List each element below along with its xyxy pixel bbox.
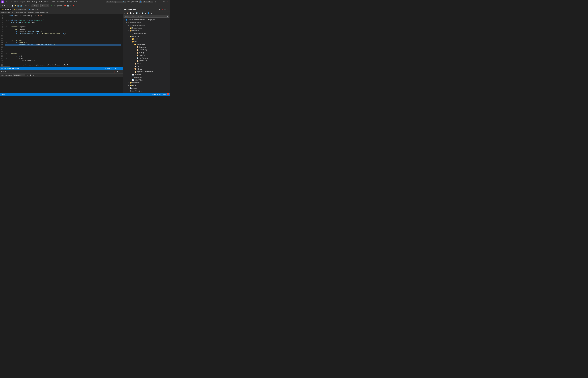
fold-icon[interactable]: ⊟ bbox=[6, 53, 7, 55]
tree-expand-icon[interactable] bbox=[130, 33, 132, 34]
tree-item-dependencies[interactable]: ▸📁Dependencies bbox=[123, 27, 170, 29]
tree-item-connected-services[interactable]: ▸⚙Connected Services bbox=[123, 24, 170, 27]
tree-expand-icon[interactable]: ▾ bbox=[132, 43, 134, 45]
tree-item-registerserviceworker-js[interactable]: 📜registerServiceWorker.js bbox=[123, 70, 170, 73]
live-share-button[interactable]: ↗ Live Share bbox=[143, 1, 153, 3]
tree-item-project[interactable]: ▾🏗WebApplication4 bbox=[123, 21, 170, 24]
build-config-dropdown[interactable]: Debug ▾ bbox=[32, 4, 39, 7]
tree-expand-icon[interactable] bbox=[128, 87, 130, 89]
tree-expand-icon[interactable] bbox=[132, 66, 134, 67]
tree-item-appsettings-json[interactable]: {}appsettings.json bbox=[123, 90, 170, 92]
global-search-box[interactable]: Search (Ctrl+Q) 🔍 bbox=[106, 1, 126, 3]
tree-expand-icon[interactable] bbox=[132, 71, 134, 73]
code-editor[interactable]: import React, { Component } from 'react'… bbox=[5, 14, 121, 66]
tree-item-readme-md[interactable]: 📄README.md bbox=[123, 79, 170, 81]
tree-item-gitignore[interactable]: 📄.gitignore bbox=[123, 87, 170, 90]
tree-expand-icon[interactable]: ▸ bbox=[128, 82, 130, 84]
minimize-button[interactable]: ─ bbox=[159, 0, 162, 3]
output-toolbar-btn2[interactable]: ⬇ bbox=[29, 74, 32, 76]
cursor-position[interactable]: Ln: 14 Ch: 48 bbox=[104, 68, 112, 69]
tree-expand-icon[interactable]: ▾ bbox=[126, 22, 127, 23]
source-control-label[interactable]: Add to Source Control bbox=[153, 93, 166, 95]
tree-expand-icon[interactable]: ▾ bbox=[128, 35, 130, 37]
fold-icon[interactable]: ⊟ bbox=[6, 26, 7, 28]
horizontal-scrollbar[interactable] bbox=[0, 66, 123, 67]
search-input[interactable]: Search (Ctrl+Q) bbox=[107, 1, 122, 3]
tree-expand-icon[interactable]: ▾ bbox=[130, 41, 132, 42]
se-tb-btn3[interactable]: 💾 bbox=[129, 12, 132, 14]
open-file-button[interactable]: 📁 bbox=[14, 4, 17, 7]
notifications-icon[interactable]: 1 bbox=[167, 93, 169, 95]
tree-expand-icon[interactable] bbox=[134, 46, 136, 48]
editor-scrollbar[interactable] bbox=[121, 14, 123, 66]
output-toolbar-btn4[interactable]: ⚙ bbox=[36, 74, 38, 76]
menu-tools[interactable]: Tools bbox=[51, 1, 56, 3]
output-toolbar-btn1[interactable]: ⬆ bbox=[26, 74, 28, 76]
menu-window[interactable]: Window bbox=[66, 1, 73, 3]
menu-build[interactable]: Build bbox=[26, 1, 31, 3]
tree-item-solution[interactable]: ▾🔷Solution 'WebApplication4' (1 of 1 pro… bbox=[123, 18, 170, 21]
tree-item-controllers[interactable]: ▸📁Controllers bbox=[123, 81, 170, 84]
se-maximize-button[interactable]: □ bbox=[164, 8, 166, 11]
tree-expand-icon[interactable]: ▸ bbox=[128, 27, 130, 29]
tree-item-components[interactable]: ▾📂components bbox=[123, 43, 170, 46]
menu-analyze[interactable]: Analyze bbox=[43, 1, 50, 3]
tree-item-public[interactable]: ▸📁public bbox=[123, 38, 170, 40]
output-toolbar-btn3[interactable]: ≡ bbox=[32, 74, 35, 76]
tree-expand-icon[interactable] bbox=[132, 68, 134, 70]
se-tb-btn2[interactable]: 🏠 bbox=[126, 12, 129, 14]
tree-item-counter-js[interactable]: 📜Counter.js bbox=[123, 46, 170, 49]
user-avatar[interactable]: 👤 bbox=[139, 0, 142, 3]
platform-dropdown[interactable]: Any CPU ▾ bbox=[40, 4, 49, 7]
tree-expand-icon[interactable] bbox=[134, 60, 136, 62]
se-search-input[interactable]: Search Solution Explorer (Ctrl+;) 🔍 bbox=[123, 15, 169, 17]
menu-file[interactable]: File bbox=[4, 1, 8, 3]
new-file-button[interactable]: 📄 bbox=[11, 4, 14, 7]
output-close-button[interactable]: ✕ bbox=[119, 71, 122, 73]
tree-item-pages[interactable]: ▸📁Pages bbox=[123, 84, 170, 87]
tree-item-fetchdata-js[interactable]: 📜FetchData.js bbox=[123, 49, 170, 51]
tree-item-navmenu-css[interactable]: 📋NavMenu.css bbox=[123, 57, 170, 59]
tree-item-app-js[interactable]: 📜App.js bbox=[123, 62, 170, 65]
back-button[interactable]: ◀ bbox=[0, 4, 3, 7]
zoom-level[interactable]: 100 % ▾ bbox=[1, 68, 6, 69]
editor-pin-button[interactable]: ▾ bbox=[120, 8, 122, 11]
tree-item-src[interactable]: ▾📂src bbox=[123, 40, 170, 43]
tree-expand-icon[interactable] bbox=[130, 76, 132, 78]
output-source-dropdown[interactable]: IntelliSense ▾ bbox=[13, 74, 25, 76]
undo-btn[interactable]: ↩ bbox=[25, 4, 27, 7]
issues-indicator[interactable]: ✓ No issues found bbox=[7, 68, 19, 69]
pin-button[interactable]: 📌 bbox=[64, 4, 66, 7]
tree-item-home-js[interactable]: 📜Home.js bbox=[123, 51, 170, 54]
tree-item-gitignore-client[interactable]: 📄.gitignore bbox=[123, 73, 170, 76]
undo-button[interactable]: ↩ bbox=[6, 4, 9, 7]
tree-expand-icon[interactable] bbox=[130, 74, 132, 75]
menu-help[interactable]: Help bbox=[73, 1, 78, 3]
menu-view[interactable]: View bbox=[13, 1, 19, 3]
scrollbar-thumb[interactable] bbox=[122, 15, 122, 22]
menu-test[interactable]: Test bbox=[38, 1, 43, 3]
tree-expand-icon[interactable] bbox=[134, 52, 136, 54]
se-tb-btn8[interactable]: ⬆ bbox=[144, 12, 147, 14]
save-all-button[interactable]: 💾 bbox=[20, 4, 22, 7]
run-button[interactable]: ▶ bbox=[50, 4, 53, 7]
tree-expand-icon[interactable]: ▾ bbox=[123, 19, 125, 21]
tree-item-layout-js[interactable]: 📜Layout.js bbox=[123, 54, 170, 57]
screenshot-button[interactable]: 📷 bbox=[67, 4, 69, 7]
se-settings-button[interactable]: ⚙ bbox=[150, 12, 153, 14]
tree-expand-icon[interactable] bbox=[134, 57, 136, 59]
fold-icon[interactable]: ⊟ bbox=[6, 19, 7, 21]
se-collapse-button[interactable]: ▲ bbox=[158, 8, 161, 11]
tree-item-index-css[interactable]: 📋index.css bbox=[123, 65, 170, 68]
fold-icon[interactable]: ⊟ bbox=[6, 41, 7, 44]
tree-item-launchsettings[interactable]: {}launchSettings.json bbox=[123, 32, 170, 35]
settings-button[interactable]: ⚙ bbox=[69, 4, 72, 7]
tree-expand-icon[interactable] bbox=[128, 90, 130, 92]
breadcrumb-item-3[interactable]: currentCount bbox=[40, 12, 48, 14]
menu-edit[interactable]: Edit bbox=[9, 1, 13, 3]
breadcrumb-item-2[interactable]: incrementCounter bbox=[28, 12, 39, 14]
output-pin-button[interactable]: 📌 bbox=[113, 71, 116, 73]
tree-expand-icon[interactable]: ▸ bbox=[128, 24, 130, 26]
se-tb-btn7[interactable]: 📋 bbox=[141, 12, 144, 14]
run-config-highlight[interactable]: IIS Express ▾ bbox=[53, 5, 62, 7]
